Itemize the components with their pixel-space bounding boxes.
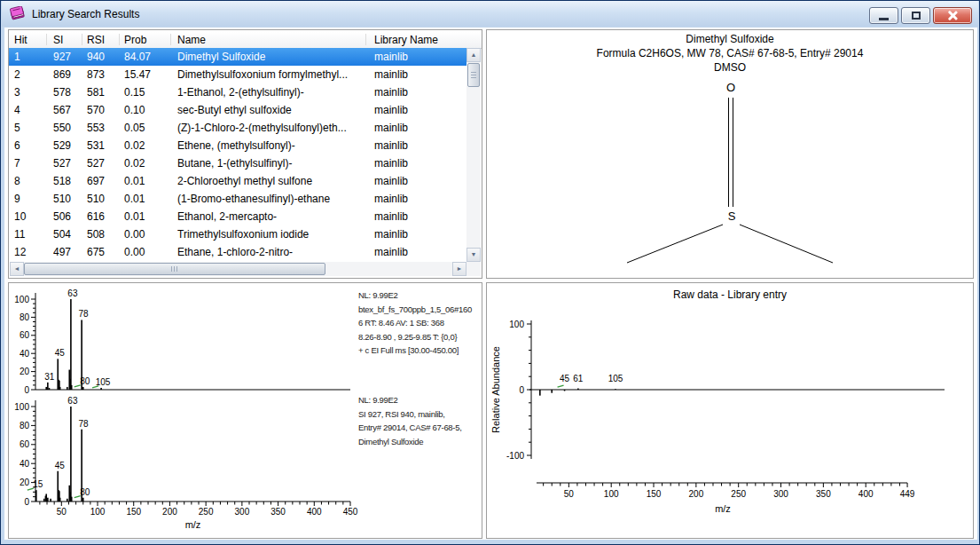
cell-lib: mainlib <box>374 51 466 63</box>
table-row[interactable]: 115045080.00Trimethylsulfoxonium iodidem… <box>9 225 471 243</box>
column-header-si[interactable]: SI <box>53 34 63 46</box>
cell-si: 550 <box>53 122 83 134</box>
cell-rsi: 508 <box>87 228 121 241</box>
cell-hit: 9 <box>14 193 50 205</box>
cell-name: (1-Bromo-ethanesulfinyl)-ethane <box>177 193 365 205</box>
atom-oxygen: O <box>726 81 735 94</box>
x-tick-label: 100 <box>604 489 619 499</box>
annotation-line: NL: 9.99E2 <box>358 393 482 407</box>
cell-rsi: 616 <box>87 210 121 223</box>
bond-line <box>740 225 833 263</box>
table-row[interactable]: 65295310.02Ethene, (methylsulfonyl)-main… <box>9 137 471 154</box>
header-separator <box>82 34 82 45</box>
column-header-name[interactable]: Name <box>177 34 206 46</box>
cell-lib: mainlib <box>374 228 466 241</box>
cell-si: 506 <box>53 210 83 223</box>
header-separator <box>365 34 366 45</box>
horizontal-scrollbar[interactable]: ◄ ► <box>10 262 466 276</box>
table-row[interactable]: 45675700.10sec-Butyl ethyl sulfoxidemain… <box>9 101 471 119</box>
cell-name: Dimethyl Sulfoxide <box>177 51 365 63</box>
minimize-button[interactable] <box>869 7 898 24</box>
peak-label: 78 <box>79 309 90 319</box>
vertical-scrollbar[interactable]: ▲ ▼ <box>466 48 481 262</box>
structure-drawing: O S <box>487 30 973 278</box>
annotation-line: Entry# 29014, CAS# 67-68-5, <box>358 421 482 435</box>
cell-si: 527 <box>53 157 83 170</box>
cell-lib: mainlib <box>374 157 466 170</box>
difference-plot[interactable]: 1000-10045611055010015020025030035040044… <box>487 283 973 538</box>
y-tick-label: 0 <box>519 385 524 395</box>
x-tick-label: 449 <box>900 489 915 499</box>
cell-prob: 0.10 <box>124 104 174 116</box>
x-tick-label: 400 <box>307 507 322 517</box>
vertical-scroll-thumb[interactable] <box>467 63 480 87</box>
annotation-line: btex_bf_fs_700ppb_1,5_06#160 <box>358 303 482 317</box>
cell-hit: 3 <box>14 86 50 99</box>
x-tick-label: 300 <box>773 489 788 499</box>
difference-marker <box>558 385 564 387</box>
table-row[interactable]: 286987315.47Dimethylsulfoxonium formylme… <box>9 66 471 83</box>
book-icon <box>9 6 27 22</box>
spectrum-peak <box>70 299 72 390</box>
x-tick-label: 250 <box>199 507 214 517</box>
table-row[interactable]: 85186970.012-Chloroethyl methyl sulfonem… <box>9 172 471 190</box>
annotation-line: 6 RT: 8.46 AV: 1 SB: 368 <box>358 316 482 330</box>
cell-prob: 84.07 <box>124 51 174 63</box>
table-row[interactable]: 192794084.07Dimethyl Sulfoxidemainlib <box>9 48 471 66</box>
table-row[interactable]: 75275270.02Butane, 1-(ethylsulfinyl)-mai… <box>9 154 471 172</box>
column-header-hit[interactable]: Hit <box>14 34 27 46</box>
bond-line <box>627 225 723 263</box>
difference-plot-panel: Raw data - Library entry Relative Abunda… <box>486 282 974 539</box>
column-header-lib[interactable]: Library Name <box>374 34 438 46</box>
cell-prob: 0.05 <box>124 122 174 134</box>
x-tick-label: 450 <box>343 507 358 517</box>
scroll-left-button[interactable]: ◄ <box>10 262 24 276</box>
cell-rsi: 531 <box>87 139 121 152</box>
x-tick-label: 200 <box>162 507 177 517</box>
table-row[interactable]: 124976750.00Ethane, 1-chloro-2-nitro-mai… <box>9 243 471 261</box>
cell-lib: mainlib <box>374 122 466 134</box>
cell-lib: mainlib <box>374 210 466 223</box>
cell-lib: mainlib <box>374 175 466 187</box>
cell-rsi: 527 <box>87 157 121 170</box>
cell-name: 2-Chloroethyl methyl sulfone <box>177 175 365 187</box>
peak-label: 63 <box>67 396 78 406</box>
table-row[interactable]: 35785810.151-Ethanol, 2-(ethylsulfinyl)-… <box>9 83 471 101</box>
x-tick-label: 100 <box>90 507 106 517</box>
cell-si: 578 <box>53 86 83 99</box>
horizontal-scroll-thumb[interactable] <box>24 263 325 275</box>
spectrum-peak <box>50 499 51 502</box>
x-tick-label: 150 <box>126 507 141 517</box>
cell-si: 529 <box>53 139 83 152</box>
spectrum-peak <box>59 498 61 502</box>
annotation-line: 8.26-8.90 , 9.25-9.85 T: {0,0} <box>358 330 482 344</box>
cell-hit: 2 <box>14 68 50 81</box>
cell-name: (Z)-1-Chloro-2-(methylsulfonyl)eth... <box>177 122 365 134</box>
scroll-up-button[interactable]: ▲ <box>466 48 481 62</box>
cell-rsi: 873 <box>87 68 121 81</box>
column-header-rsi[interactable]: RSI <box>87 34 105 46</box>
cell-lib: mainlib <box>374 104 466 116</box>
column-header-prob[interactable]: Prob <box>124 34 146 46</box>
x-tick-label: 350 <box>816 489 831 499</box>
cell-name: Trimethylsulfoxonium iodide <box>177 228 365 241</box>
title-bar[interactable]: Library Search Results <box>2 1 978 27</box>
close-button[interactable] <box>933 7 972 24</box>
minimize-icon <box>879 18 889 20</box>
annotation-line: SI 927, RSI 940, mainlib, <box>358 407 482 422</box>
scroll-right-button[interactable]: ► <box>452 262 466 276</box>
cell-prob: 0.00 <box>124 228 174 241</box>
spectra-panel: 0204060801003145637880105020406080100154… <box>8 282 482 539</box>
table-row[interactable]: 55505530.05(Z)-1-Chloro-2-(methylsulfony… <box>9 119 471 137</box>
difference-peak <box>539 390 541 396</box>
cell-name: Dimethylsulfoxonium formylmethyl... <box>177 68 365 81</box>
peak-label: 80 <box>80 376 90 386</box>
table-row[interactable]: 105066160.01Ethanol, 2-mercapto-mainlib <box>9 208 471 225</box>
table-row[interactable]: 95105100.01(1-Bromo-ethanesulfinyl)-etha… <box>9 190 471 208</box>
scroll-down-button[interactable]: ▼ <box>466 248 481 262</box>
cell-si: 510 <box>53 193 83 205</box>
scrollbar-corner <box>466 262 481 276</box>
maximize-button[interactable] <box>901 7 930 24</box>
cell-lib: mainlib <box>374 86 466 99</box>
spectrum-peak <box>49 388 51 390</box>
